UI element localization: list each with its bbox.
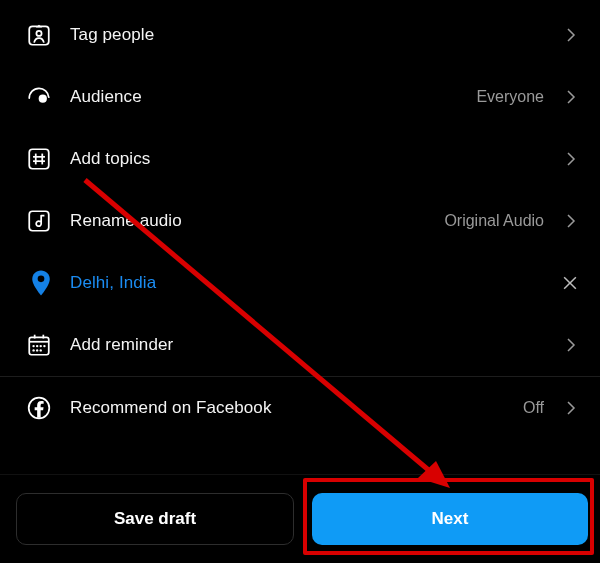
chevron-right-icon	[562, 399, 580, 417]
audience-label: Audience	[56, 87, 476, 107]
clear-location-icon[interactable]	[560, 273, 580, 293]
row-recommend-facebook[interactable]: Recommend on Facebook Off	[0, 376, 600, 438]
add-topics-label: Add topics	[56, 149, 562, 169]
person-tag-icon	[22, 18, 56, 52]
facebook-icon	[22, 391, 56, 425]
row-rename-audio[interactable]: Rename audio Original Audio	[0, 190, 600, 252]
row-audience[interactable]: Audience Everyone	[0, 66, 600, 128]
audio-icon	[22, 204, 56, 238]
save-draft-button[interactable]: Save draft	[16, 493, 294, 545]
chevron-right-icon	[562, 336, 580, 354]
options-list: Tag people Audience Everyone Add topics	[0, 0, 600, 474]
row-location[interactable]: Delhi, India	[0, 252, 600, 314]
svg-point-2	[39, 95, 47, 103]
row-add-reminder[interactable]: Add reminder	[0, 314, 600, 376]
audience-icon	[22, 80, 56, 114]
chevron-right-icon	[562, 88, 580, 106]
svg-rect-12	[29, 337, 49, 354]
chevron-right-icon	[562, 150, 580, 168]
save-draft-label: Save draft	[114, 509, 196, 529]
share-settings-screen: Tag people Audience Everyone Add topics	[0, 0, 600, 563]
add-reminder-label: Add reminder	[56, 335, 562, 355]
chevron-right-icon	[562, 26, 580, 44]
audience-value: Everyone	[476, 88, 544, 106]
hashtag-icon	[22, 142, 56, 176]
svg-rect-3	[29, 149, 49, 169]
next-label: Next	[432, 509, 469, 529]
rename-audio-label: Rename audio	[56, 211, 444, 231]
footer-actions: Save draft Next	[0, 474, 600, 563]
recommend-facebook-value: Off	[523, 399, 544, 417]
chevron-right-icon	[562, 212, 580, 230]
recommend-facebook-label: Recommend on Facebook	[56, 398, 523, 418]
rename-audio-value: Original Audio	[444, 212, 544, 230]
calendar-icon	[22, 328, 56, 362]
row-tag-people[interactable]: Tag people	[0, 4, 600, 66]
next-button[interactable]: Next	[312, 493, 588, 545]
row-add-topics[interactable]: Add topics	[0, 128, 600, 190]
tag-people-label: Tag people	[56, 25, 562, 45]
svg-point-9	[37, 276, 44, 283]
svg-point-1	[36, 31, 41, 36]
location-label: Delhi, India	[56, 273, 560, 293]
location-pin-icon	[22, 266, 56, 300]
